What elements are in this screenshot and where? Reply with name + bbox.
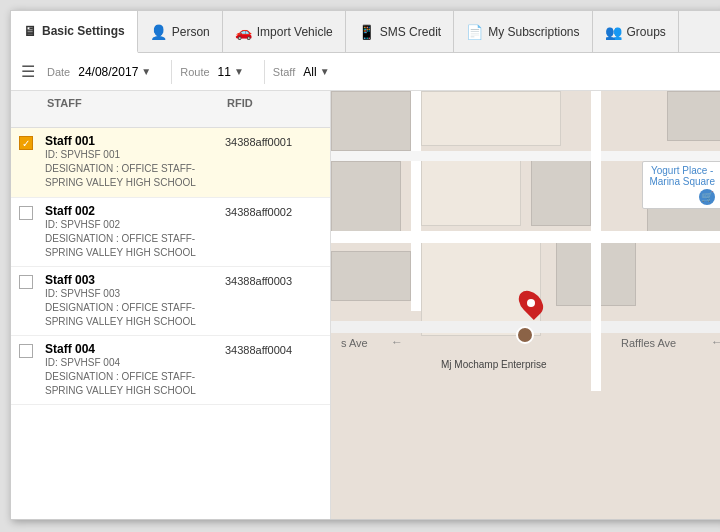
row2-staff-name: Staff 002 [45,204,217,218]
map-pin-red [521,289,541,317]
menu-icon[interactable]: ☰ [21,62,35,81]
row1-checkbox[interactable] [19,136,33,150]
map-block-1 [331,91,411,151]
map-poi-mochamp: Mj Mochamp Enterprise [441,359,547,370]
main-window: 🖥 Basic Settings 👤 Person 🚗 Import Vehic… [10,10,720,520]
yogurt-icon: 🛒 [699,189,715,205]
road-h1 [331,151,720,161]
tab-person[interactable]: 👤 Person [138,11,223,52]
row1-staff-id: ID: SPVHSF 001 [45,148,217,162]
staff-arrow-icon: ▼ [320,66,330,77]
date-label: Date [47,66,70,78]
row4-checkbox-cell [11,342,41,358]
monitor-icon: 🖥 [23,23,37,39]
map-pin-brown [516,326,534,344]
date-dropdown[interactable]: 24/08/2017 ▼ [74,63,155,81]
staff-group: Staff All ▼ [273,63,334,81]
main-content: STAFF RFID SWIPE DETAILS Staff 001 ID: S… [11,91,720,519]
car-icon: 🚗 [235,24,252,40]
tab-bar: 🖥 Basic Settings 👤 Person 🚗 Import Vehic… [11,11,720,53]
map-arrow-1: ← [391,335,403,349]
row3-staff-name: Staff 003 [45,273,217,287]
route-label: Route [180,66,209,78]
row2-staff-school: SPRING VALLEY HIGH SCHOOL [45,246,217,260]
row1-staff-name: Staff 001 [45,134,217,148]
road-v2 [591,91,601,391]
map-block-8 [531,156,591,226]
row3-staff-designation: DESIGNATION : OFFICE STAFF- [45,301,217,315]
row4-staff-school: SPRING VALLEY HIGH SCHOOL [45,384,217,398]
date-value: 24/08/2017 [78,65,138,79]
row4-checkbox[interactable] [19,344,33,358]
road-v1 [411,91,421,311]
map-block-4 [667,91,720,141]
row3-checkbox[interactable] [19,275,33,289]
map-street-label-2: Raffles Ave [621,337,676,349]
map-street-label-1: s Ave [341,337,368,349]
tab-basic-settings[interactable]: 🖥 Basic Settings [11,11,138,53]
road-h2 [331,231,720,243]
toolbar: ☰ Date 24/08/2017 ▼ Route 11 ▼ Staff All… [11,53,720,91]
tab-groups[interactable]: 👥 Groups [593,11,679,52]
row2-staff-id: ID: SPVHSF 002 [45,218,217,232]
row4-staff-name: Staff 004 [45,342,217,356]
route-value: 11 [218,65,231,79]
row1-staff-designation: DESIGNATION : OFFICE STAFF- [45,162,217,176]
separator-1 [171,60,172,84]
col-checkbox [11,97,41,121]
group-icon: 👥 [605,24,622,40]
map-pin-brown-marker [516,326,534,344]
col-rfid: RFID [221,97,331,121]
row4-staff-id: ID: SPVHSF 004 [45,356,217,370]
row4-rfid: 34388aff0004 [221,342,331,356]
row2-checkbox[interactable] [19,206,33,220]
row1-rfid: 34388aff0001 [221,134,331,148]
row2-staff-cell: Staff 002 ID: SPVHSF 002 DESIGNATION : O… [41,204,221,260]
table-row: Staff 004 ID: SPVHSF 004 DESIGNATION : O… [11,336,330,405]
row3-rfid: 34388aff0003 [221,273,331,287]
row3-staff-school: SPRING VALLEY HIGH SCHOOL [45,315,217,329]
map-block-7 [421,156,521,226]
map-block-2 [331,161,401,241]
table-row: Staff 003 ID: SPVHSF 003 DESIGNATION : O… [11,267,330,336]
document-icon: 📄 [466,24,483,40]
route-group: Route 11 ▼ [180,63,248,81]
staff-dropdown[interactable]: All ▼ [299,63,333,81]
staff-value: All [303,65,316,79]
person-icon: 👤 [150,24,167,40]
staff-label: Staff [273,66,295,78]
route-dropdown[interactable]: 11 ▼ [214,63,248,81]
row2-staff-designation: DESIGNATION : OFFICE STAFF- [45,232,217,246]
table-row: Staff 001 ID: SPVHSF 001 DESIGNATION : O… [11,128,330,198]
row3-checkbox-cell [11,273,41,289]
separator-2 [264,60,265,84]
map-poi-yogurt: Yogurt Place -Marina Square 🛒 [642,161,720,209]
table-row: Staff 002 ID: SPVHSF 002 DESIGNATION : O… [11,198,330,267]
map-block-6 [421,91,561,146]
staff-table: STAFF RFID SWIPE DETAILS Staff 001 ID: S… [11,91,331,519]
row1-staff-cell: Staff 001 ID: SPVHSF 001 DESIGNATION : O… [41,134,221,190]
row3-staff-cell: Staff 003 ID: SPVHSF 003 DESIGNATION : O… [41,273,221,329]
row3-staff-id: ID: SPVHSF 003 [45,287,217,301]
table-header: STAFF RFID SWIPE DETAILS [11,91,330,128]
map-block-3 [331,251,411,301]
row2-rfid: 34388aff0002 [221,204,331,218]
tab-my-subscriptions[interactable]: 📄 My Subscriptions [454,11,592,52]
row2-checkbox-cell [11,204,41,220]
date-group: Date 24/08/2017 ▼ [47,63,155,81]
map-background: s Ave ← Raffles Ave ← Yogurt Place -Mari… [331,91,720,519]
map-area[interactable]: s Ave ← Raffles Ave ← Yogurt Place -Mari… [331,91,720,519]
tab-sms-credit[interactable]: 📱 SMS Credit [346,11,454,52]
route-arrow-icon: ▼ [234,66,244,77]
phone-icon: 📱 [358,24,375,40]
row4-staff-designation: DESIGNATION : OFFICE STAFF- [45,370,217,384]
row1-checkbox-cell [11,134,41,150]
row1-staff-school: SPRING VALLEY HIGH SCHOOL [45,176,217,190]
col-staff: STAFF [41,97,221,121]
map-poi-yogurt-label: Yogurt Place -Marina Square [649,165,715,187]
map-arrow-2: ← [711,335,720,349]
tab-import-vehicle[interactable]: 🚗 Import Vehicle [223,11,346,52]
row4-staff-cell: Staff 004 ID: SPVHSF 004 DESIGNATION : O… [41,342,221,398]
date-arrow-icon: ▼ [141,66,151,77]
